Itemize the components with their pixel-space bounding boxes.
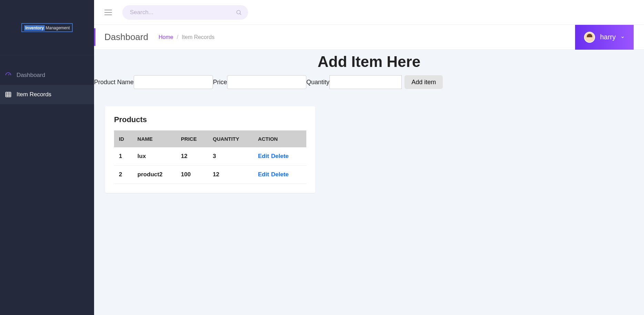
table-row: 1 lux 12 3 EditDelete (114, 147, 306, 166)
cell-price: 12 (176, 147, 208, 166)
cell-quantity: 3 (208, 147, 253, 166)
product-name-input[interactable] (134, 75, 213, 89)
delete-link[interactable]: Delete (271, 153, 289, 159)
breadcrumb-separator: / (177, 34, 178, 40)
svg-line-6 (240, 13, 241, 14)
breadcrumb-home[interactable]: Home (159, 34, 173, 40)
table-header-row: ID NAME PRICE QUANTITY ACTION (114, 130, 306, 147)
page-title: Dashboard (104, 32, 148, 42)
logo: InventoryManagement (0, 0, 94, 55)
col-price: PRICE (176, 130, 208, 147)
avatar (584, 32, 595, 43)
user-menu[interactable]: harry (575, 25, 634, 50)
price-input[interactable] (227, 75, 306, 89)
products-card: Products ID NAME PRICE QUANTITY ACTION (105, 106, 315, 193)
breadcrumb: Home / Item Records (159, 34, 214, 40)
dashboard-icon (5, 72, 12, 79)
delete-link[interactable]: Delete (271, 171, 289, 178)
col-quantity: QUANTITY (208, 130, 253, 147)
price-label: Price (213, 79, 227, 86)
svg-rect-0 (6, 92, 11, 97)
topbar (94, 0, 644, 25)
edit-link[interactable]: Edit (258, 153, 269, 159)
cell-name: lux (133, 147, 176, 166)
products-table: ID NAME PRICE QUANTITY ACTION 1 lux 12 3 (114, 130, 306, 184)
sidebar-item-label: Item Records (17, 91, 51, 98)
cell-action: EditDelete (253, 166, 306, 184)
hamburger-icon[interactable] (104, 10, 112, 15)
add-item-form: Product Name Price Quantity Add item (94, 75, 644, 89)
quantity-label: Quantity (306, 79, 329, 86)
add-item-section: Add Item Here Product Name Price Quantit… (94, 50, 644, 89)
sidebar-item-label: Dashboard (17, 72, 45, 79)
table-icon (5, 91, 12, 98)
cell-id: 1 (114, 147, 133, 166)
quantity-input[interactable] (329, 75, 402, 89)
add-item-button[interactable]: Add item (405, 75, 443, 89)
logo-part-1: Inventory (24, 25, 45, 31)
logo-part-2: Management (45, 26, 70, 30)
main: Dashboard Home / Item Records harry Add … (94, 0, 644, 315)
search-icon[interactable] (236, 9, 242, 16)
content: Add Item Here Product Name Price Quantit… (94, 50, 644, 315)
svg-point-5 (237, 10, 241, 14)
cell-name: product2 (133, 166, 176, 184)
cell-price: 100 (176, 166, 208, 184)
col-id: ID (114, 130, 133, 147)
col-action: ACTION (253, 130, 306, 147)
sidebar: InventoryManagement Dashboard Item Recor… (0, 0, 94, 315)
add-item-title: Add Item Here (94, 50, 644, 70)
nav-list: Dashboard Item Records (0, 55, 94, 104)
products-card-title: Products (114, 115, 306, 124)
sidebar-item-dashboard[interactable]: Dashboard (0, 66, 94, 85)
sidebar-item-item-records[interactable]: Item Records (0, 85, 94, 104)
table-row: 2 product2 100 12 EditDelete (114, 166, 306, 184)
cell-quantity: 12 (208, 166, 253, 184)
search-input[interactable] (122, 5, 248, 20)
col-name: NAME (133, 130, 176, 147)
header-bar: Dashboard Home / Item Records harry (94, 25, 644, 50)
user-name: harry (600, 33, 616, 41)
product-name-label: Product Name (94, 79, 134, 86)
search-wrap (122, 5, 248, 20)
cell-id: 2 (114, 166, 133, 184)
cell-action: EditDelete (253, 147, 306, 166)
breadcrumb-current: Item Records (182, 34, 214, 40)
edit-link[interactable]: Edit (258, 171, 269, 178)
chevron-down-icon (621, 35, 625, 39)
